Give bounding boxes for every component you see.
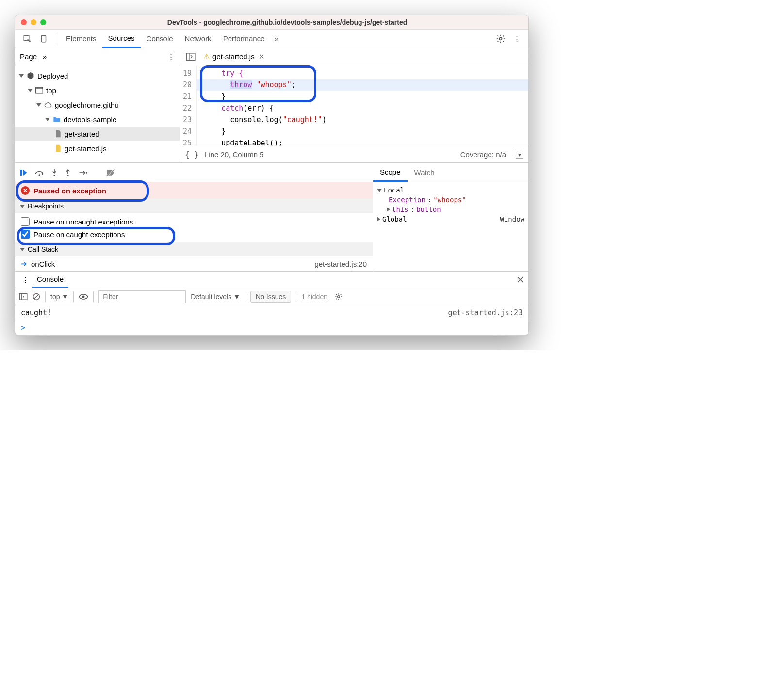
console-drawer: ⋮ Console ✕ top ▼ Default levels ▼ No Is… [15, 271, 528, 335]
maximize-window-button[interactable] [40, 19, 46, 25]
tree-domain[interactable]: googlechrome.githu [15, 97, 180, 112]
device-toolbar-icon[interactable] [35, 34, 52, 43]
console-settings-icon[interactable] [334, 292, 343, 301]
scope-var-this[interactable]: this: button [377, 205, 524, 214]
filter-input[interactable] [98, 290, 186, 303]
var-value: button [416, 206, 441, 213]
scope-var-exception[interactable]: Exception: "whoops" [377, 195, 524, 205]
log-source-link[interactable]: get-started.js:23 [448, 308, 523, 317]
step-icon[interactable] [78, 169, 88, 176]
divider [93, 291, 94, 302]
titlebar: DevTools - googlechrome.github.io/devtoo… [15, 15, 528, 30]
tree-folder[interactable]: devtools-sample [15, 112, 180, 127]
settings-gear-icon[interactable] [492, 34, 509, 44]
line-number: 20 [183, 79, 192, 91]
window-title: DevTools - googlechrome.github.io/devtoo… [52, 18, 523, 26]
issues-button[interactable]: No Issues [250, 291, 291, 303]
section-title: Breakpoints [28, 202, 64, 210]
minimize-window-button[interactable] [31, 19, 36, 25]
coverage-info: Coverage: n/a [460, 150, 506, 159]
log-message: caught! [21, 308, 51, 317]
console-tab[interactable]: Console [32, 272, 68, 288]
deactivate-breakpoints-icon[interactable] [106, 168, 115, 177]
cloud-icon [44, 101, 52, 108]
pause-uncaught-row[interactable]: Pause on uncaught exceptions [15, 215, 373, 228]
step-out-icon[interactable] [65, 168, 71, 177]
navigator-more-tabs-icon[interactable]: » [43, 52, 47, 61]
document-icon [55, 130, 62, 138]
log-levels-selector[interactable]: Default levels ▼ [191, 293, 240, 301]
navigator-menu-icon[interactable]: ⋮ [167, 52, 175, 61]
code-line: try { [197, 67, 528, 79]
navigator-tab-page[interactable]: Page [20, 52, 37, 61]
show-navigator-icon[interactable] [184, 53, 197, 61]
live-expression-icon[interactable] [79, 293, 88, 300]
file-tree: Deployed top googlechrome.githu devtools… [15, 65, 180, 162]
scope-label: Local [384, 186, 404, 194]
console-sidebar-icon[interactable] [19, 293, 28, 300]
expand-panel-icon[interactable]: ▾ [516, 151, 523, 159]
scope-tabs: Scope Watch [373, 163, 528, 182]
code-line: } [197, 126, 528, 137]
pretty-print-icon[interactable]: { } [185, 150, 199, 159]
svg-rect-3 [186, 53, 195, 60]
breakpoints-header[interactable]: Breakpoints [15, 199, 373, 213]
close-window-button[interactable] [21, 19, 27, 25]
svg-line-15 [34, 294, 39, 299]
callstack-frame[interactable]: ➔ onClick get-started.js:20 [15, 256, 373, 271]
more-tabs-icon[interactable]: » [271, 34, 282, 43]
tree-label: Deployed [37, 72, 68, 80]
scope-label: Global [382, 215, 407, 223]
checkbox-label: Pause on uncaught exceptions [33, 218, 133, 226]
main-content: Deployed top googlechrome.githu devtools… [15, 65, 528, 162]
tree-label: devtools-sample [64, 115, 116, 124]
tab-scope[interactable]: Scope [373, 163, 408, 182]
tab-console[interactable]: Console [141, 30, 179, 48]
frame-icon [35, 87, 43, 94]
tab-network[interactable]: Network [179, 30, 217, 48]
drawer-menu-icon[interactable]: ⋮ [19, 275, 32, 284]
pause-caught-row[interactable]: Pause on caught exceptions [15, 228, 373, 240]
code-content: try { throw "whoops"; } catch(err) { con… [197, 65, 528, 146]
tab-sources[interactable]: Sources [102, 30, 141, 48]
tab-elements[interactable]: Elements [60, 30, 102, 48]
scope-local[interactable]: Local [377, 185, 524, 195]
clear-console-icon[interactable] [33, 293, 40, 301]
chevron-down-icon [20, 205, 25, 208]
debugger-left: ✕ Paused on exception Breakpoints Pause … [15, 163, 373, 271]
svg-point-7 [38, 174, 40, 176]
svg-point-9 [67, 175, 68, 176]
tree-deployed[interactable]: Deployed [15, 68, 180, 83]
context-selector[interactable]: top ▼ [50, 293, 68, 301]
chevron-down-icon [377, 189, 382, 192]
tab-performance[interactable]: Performance [217, 30, 271, 48]
tree-file-html[interactable]: get-started [15, 127, 180, 141]
tab-watch[interactable]: Watch [408, 163, 441, 182]
pause-caught-checkbox[interactable] [21, 230, 30, 239]
step-over-icon[interactable] [34, 169, 44, 176]
scope-value: Window [500, 215, 524, 223]
close-drawer-icon[interactable]: ✕ [516, 274, 524, 286]
divider [245, 291, 245, 302]
kebab-menu-icon[interactable]: ⋮ [509, 34, 524, 43]
breakpoints-body: Pause on uncaught exceptions Pause on ca… [15, 213, 373, 242]
svg-point-8 [53, 175, 55, 176]
console-prompt[interactable]: > [15, 320, 528, 335]
step-into-icon[interactable] [51, 168, 58, 177]
tree-top[interactable]: top [15, 83, 180, 97]
callstack-header[interactable]: Call Stack [15, 242, 373, 256]
chevron-down-icon [19, 74, 24, 78]
file-tab[interactable]: ⚠ get-started.js ✕ [200, 52, 268, 61]
pause-uncaught-checkbox[interactable] [21, 217, 30, 226]
tree-file-js[interactable]: get-started.js [15, 141, 180, 156]
line-number: 22 [183, 102, 192, 114]
scope-global[interactable]: Global Window [377, 214, 524, 224]
hidden-count: 1 hidden [301, 293, 327, 301]
frame-function: onClick [31, 260, 55, 268]
inspect-element-icon[interactable] [19, 34, 35, 43]
code-area[interactable]: 19 20 21 22 23 24 25 try { throw "whoops… [180, 65, 528, 146]
resume-button-icon[interactable] [19, 168, 28, 177]
console-log-row[interactable]: caught! get-started.js:23 [15, 305, 528, 320]
scope-body: Local Exception: "whoops" this: button G… [373, 182, 528, 227]
close-tab-icon[interactable]: ✕ [259, 52, 265, 61]
